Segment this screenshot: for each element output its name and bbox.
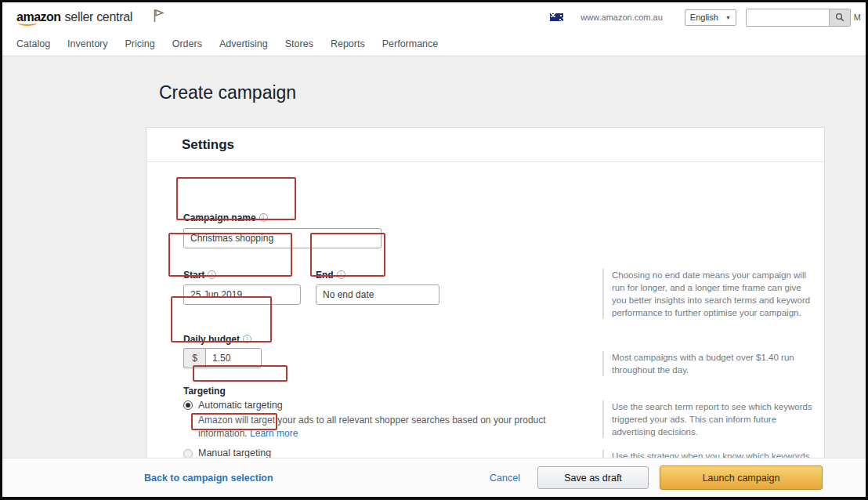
help-note-automatic: Use the search term report to see which … [602, 400, 817, 438]
nav-item-pricing[interactable]: Pricing [125, 38, 155, 49]
footer-bar: Back to campaign selection Cancel Save a… [2, 458, 866, 497]
help-note-budget: Most campaigns with a budget over $1.40 … [602, 351, 817, 376]
clipped-menu-text: M [854, 13, 861, 22]
amazon-seller-central-logo[interactable]: amazon seller central [16, 10, 132, 24]
top-bar-right: www.amazon.com.au English ▼ M [550, 2, 861, 32]
search-input[interactable] [747, 9, 829, 26]
top-bar: amazon seller central www.amazon.com.au … [2, 2, 866, 32]
seller-central-text: seller central [65, 10, 133, 24]
nav-item-stores[interactable]: Stores [285, 38, 313, 49]
help-note-manual: Use this strategy when you know which ke… [602, 450, 817, 458]
start-date-label: Start [183, 270, 216, 281]
language-select-value: English [690, 13, 718, 22]
automatic-targeting-description: Amazon will target your ads to all relev… [198, 414, 574, 440]
settings-card: Settings Campaign name Start End [146, 127, 825, 458]
daily-budget-group: $ [183, 348, 262, 368]
help-note-end-date: Choosing no end date means your campaign… [602, 269, 817, 319]
nav-item-inventory[interactable]: Inventory [67, 38, 107, 49]
manual-targeting-option-label[interactable]: Manual targeting [198, 447, 271, 458]
marketplace-url: www.amazon.com.au [580, 13, 663, 22]
amazon-smile-icon [18, 20, 37, 26]
info-icon[interactable] [337, 270, 345, 279]
caret-down-icon: ▼ [725, 15, 731, 20]
main-content: Create campaign Settings Campaign name S… [2, 56, 866, 458]
footer-actions: Cancel Save as draft Launch campaign [490, 466, 823, 490]
pennant-flag-icon [153, 8, 165, 27]
search-button[interactable] [829, 9, 850, 26]
cancel-link[interactable]: Cancel [490, 473, 520, 484]
nav-item-catalog[interactable]: Catalog [16, 38, 50, 49]
search-box [746, 9, 851, 27]
start-date-input[interactable] [183, 284, 301, 305]
automatic-targeting-option-label[interactable]: Automatic targeting [198, 400, 283, 411]
automatic-targeting-radio[interactable] [183, 400, 193, 410]
manual-targeting-radio[interactable] [183, 449, 193, 458]
settings-card-title: Settings [146, 128, 824, 162]
info-icon[interactable] [208, 270, 216, 279]
end-date-input[interactable] [316, 284, 439, 305]
main-nav: Catalog Inventory Pricing Orders Adverti… [2, 32, 866, 56]
targeting-label: Targeting [183, 386, 226, 397]
nav-item-advertising[interactable]: Advertising [219, 38, 268, 49]
language-select[interactable]: English ▼ [685, 9, 736, 26]
nav-item-reports[interactable]: Reports [331, 38, 365, 49]
info-icon[interactable] [259, 213, 268, 222]
back-to-campaign-selection-link[interactable]: Back to campaign selection [144, 473, 273, 484]
page-title: Create campaign [159, 82, 296, 103]
screenshot-frame: amazon seller central www.amazon.com.au … [0, 0, 868, 500]
info-icon[interactable] [243, 335, 251, 343]
nav-item-orders[interactable]: Orders [172, 38, 202, 49]
search-icon [835, 13, 844, 22]
learn-more-link[interactable]: Learn more [250, 428, 298, 439]
campaign-name-label: Campaign name [183, 212, 268, 223]
australia-flag-icon [550, 13, 563, 21]
currency-prefix: $ [183, 348, 205, 368]
launch-campaign-button[interactable]: Launch campaign [660, 466, 823, 490]
save-as-draft-button[interactable]: Save as draft [537, 466, 649, 489]
nav-item-performance[interactable]: Performance [382, 38, 439, 49]
daily-budget-label: Daily budget [183, 334, 251, 345]
daily-budget-input[interactable] [205, 348, 262, 368]
campaign-name-input[interactable] [183, 228, 382, 248]
end-date-label: End [316, 270, 345, 281]
